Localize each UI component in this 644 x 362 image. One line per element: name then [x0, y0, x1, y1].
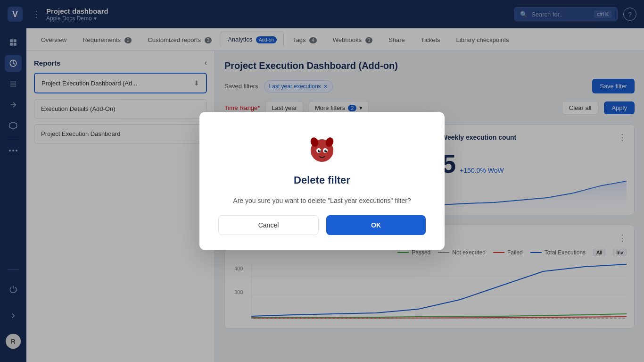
modal-icon	[305, 131, 339, 165]
delete-filter-modal: Delete filter Are you sure you want to d…	[199, 112, 445, 250]
modal-actions: Cancel OK	[218, 215, 426, 235]
modal-cancel-button[interactable]: Cancel	[218, 215, 319, 235]
modal-ok-button[interactable]: OK	[326, 215, 426, 235]
svg-point-23	[319, 150, 321, 151]
modal-body: Are you sure you want to delete "Last ye…	[233, 196, 411, 206]
modal-title: Delete filter	[294, 174, 350, 186]
svg-point-24	[326, 150, 327, 151]
modal-overlay[interactable]: Delete filter Are you sure you want to d…	[0, 0, 644, 362]
